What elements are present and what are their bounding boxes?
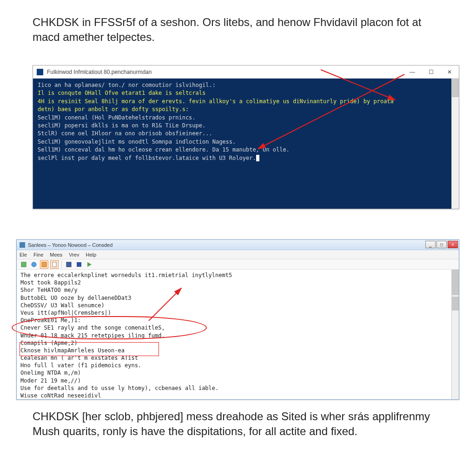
- toolbar-new-icon[interactable]: [20, 260, 28, 269]
- editor-line: Cknose hivlmapAmrleles Useon-ea: [20, 347, 455, 354]
- editor-maximize-button[interactable]: □: [436, 241, 447, 248]
- toolbar-save-icon[interactable]: [40, 260, 48, 269]
- editor-line: Comapils (Apme,2): [20, 339, 455, 347]
- editor-line: OneProakE01 Me,)1:: [20, 317, 455, 324]
- toolbar-run-icon[interactable]: [85, 260, 93, 269]
- terminal-line: 4H is resinit Seal 8hilj mora of der ere…: [38, 98, 454, 106]
- editor-line: Wnder 01 18 mack 215 retetpipes iling fu…: [20, 332, 455, 339]
- editor-menubar: Ele Fine Mees Vrev Help: [17, 250, 459, 259]
- menu-mees[interactable]: Mees: [50, 252, 62, 258]
- page-bottom-text: CHKDSK [her sclob, phbjered] mess dreaho…: [33, 409, 442, 439]
- editor-titlebar[interactable]: Sanlees – Yonoo Nowood – Consded _ □ ×: [17, 240, 459, 250]
- toolbar-find-icon[interactable]: [75, 260, 83, 269]
- toolbar-paste-icon[interactable]: [65, 260, 73, 269]
- editor-minimize-button[interactable]: _: [425, 241, 436, 248]
- svg-rect-3: [53, 262, 56, 267]
- terminal-line: secliM) popersi dklls is ma on to R1& Ti…: [38, 122, 454, 130]
- menu-file[interactable]: Ele: [20, 252, 27, 258]
- terminal-cursor: [256, 155, 259, 161]
- scrollbar-thumb[interactable]: [452, 270, 459, 295]
- svg-rect-4: [66, 262, 71, 267]
- terminal-line: Iico an ha oplanaes/ ton./ nor comoutior…: [38, 81, 454, 89]
- toolbar-copy-icon[interactable]: [50, 260, 59, 269]
- terminal-line: Sell1M) conceval dal hm ho ocleose crean…: [38, 146, 454, 154]
- toolbar-separator: [61, 261, 62, 268]
- svg-marker-6: [87, 262, 92, 267]
- editor-line: Moder 21 19 me,//): [20, 377, 455, 384]
- svg-rect-2: [42, 262, 46, 267]
- terminal-line: SecliM) goneovoalejlint ms onodtl Somnpa…: [38, 138, 454, 146]
- editor-line: Cnever SE1 rayly and the songe comenaitl…: [20, 324, 455, 331]
- editor-title: Sanlees – Yonoo Nowood – Consded: [28, 242, 112, 248]
- toolbar-open-icon[interactable]: [30, 260, 38, 269]
- editor-scrollbar[interactable]: [451, 270, 459, 399]
- close-button[interactable]: ✕: [440, 66, 459, 78]
- editor-app-icon: [20, 242, 25, 248]
- editor-line: ButtobEL UO ooze by dellaeneDDat3: [20, 294, 455, 302]
- editor-body[interactable]: The errore eccalerknplinet worneduls it1…: [17, 270, 459, 399]
- terminal-icon: [37, 69, 43, 75]
- terminal-title: Fulkinwod Infmlcatiout 80.penchanurmdan: [47, 69, 152, 75]
- terminal-line: Il is conqute OHall Ofve etarat1 dake is…: [38, 89, 454, 97]
- terminal-line: detn) baes por anbolt or as dofty sspoil…: [38, 106, 454, 113]
- editor-line: Hno full l vater (f1 pidemoics eyns.: [20, 362, 455, 369]
- page-heading: CHKDSK in FFSSr5f of a seshon. Ors liteb…: [33, 15, 442, 45]
- terminal-titlebar[interactable]: Fulkinwod Infmlcatiout 80.penchanurmdan …: [33, 66, 459, 79]
- maximize-button[interactable]: ☐: [422, 66, 440, 78]
- terminal-body[interactable]: Iico an ha oplanaes/ ton./ nor comoutior…: [33, 79, 459, 209]
- terminal-scrollbar[interactable]: [451, 79, 459, 209]
- editor-line: Cealesan mn ( ar't m exstates ATist: [20, 354, 455, 362]
- editor-close-button[interactable]: ×: [448, 241, 458, 248]
- menu-view[interactable]: Vrev: [69, 252, 79, 258]
- editor-line: Onelimg NTDA m,/m): [20, 369, 455, 377]
- scrollbar-thumb[interactable]: [452, 297, 459, 311]
- svg-point-1: [32, 262, 36, 267]
- menu-fine[interactable]: Fine: [33, 252, 43, 258]
- editor-line: Veus itt(apfNol|Cremsbers|): [20, 309, 455, 317]
- editor-line: Shor TeHATOO me/y: [20, 286, 455, 294]
- terminal-line: StclR) cone oel IHloor na ono obrisob ob…: [38, 130, 454, 138]
- editor-line: Use for deetalls and to usse ly htomy), …: [20, 384, 455, 392]
- minimize-button[interactable]: —: [403, 66, 422, 78]
- editor-line: CheDSSV/ U3 Wall senumce): [20, 302, 455, 309]
- menu-help[interactable]: Help: [86, 252, 96, 258]
- editor-line: The errore eccalerknplinet worneduls it1…: [20, 271, 455, 279]
- terminal-line: Secl1M) conenal (Hol PuNDatehelstrados p…: [38, 114, 454, 122]
- editor-line: Wiuse coNtRad neseeidivl: [20, 392, 455, 399]
- editor-line: Most took 8appils2: [20, 279, 455, 286]
- terminal-line: seclPl inst por daly meel of follbstevor…: [38, 154, 454, 162]
- scrollbar-thumb[interactable]: [452, 79, 459, 97]
- editor-window: Sanlees – Yonoo Nowood – Consded _ □ × E…: [16, 239, 459, 400]
- terminal-window: Fulkinwod Infmlcatiout 80.penchanurmdan …: [33, 65, 459, 209]
- editor-toolbar: [17, 259, 459, 270]
- svg-rect-5: [77, 262, 81, 267]
- svg-rect-0: [21, 262, 26, 267]
